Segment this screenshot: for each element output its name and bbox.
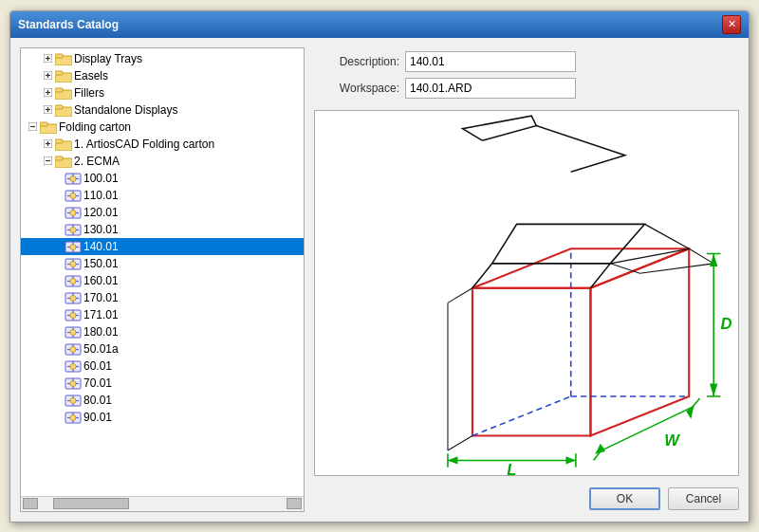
tree-item-171-01[interactable]: 171.01 xyxy=(21,306,304,323)
svg-text:D: D xyxy=(720,315,731,333)
tree-item-120-01[interactable]: 120.01 xyxy=(21,204,304,221)
svg-rect-28 xyxy=(55,139,63,143)
tree-item-ecma[interactable]: 2. ECMA xyxy=(21,153,304,170)
svg-marker-146 xyxy=(710,253,717,266)
tree-item-180-01[interactable]: 180.01 xyxy=(21,323,304,340)
collapse-icon[interactable] xyxy=(25,119,40,135)
standards-catalog-dialog: Standards Catalog ✕ Display Trays Easels… xyxy=(9,10,750,523)
svg-point-94 xyxy=(70,346,76,352)
tree-item-70-01[interactable]: 70.01 xyxy=(21,375,304,392)
box-preview-svg: L W D xyxy=(315,111,738,475)
dialog-body: Display Trays Easels Fillers Standalone … xyxy=(10,38,749,522)
tree-item-easels[interactable]: Easels xyxy=(21,67,304,84)
tree-scroll[interactable]: Display Trays Easels Fillers Standalone … xyxy=(21,48,304,496)
tree-item-label: 120.01 xyxy=(83,206,119,219)
tree-item-label: 80.01 xyxy=(83,394,112,407)
workspace-input[interactable] xyxy=(405,78,576,99)
tree-panel: Display Trays Easels Fillers Standalone … xyxy=(20,47,305,512)
svg-point-34 xyxy=(70,175,76,181)
svg-rect-19 xyxy=(55,105,63,109)
svg-line-150 xyxy=(448,435,472,450)
tree-item-label: 90.01 xyxy=(83,411,112,424)
tree-item-label: Display Trays xyxy=(74,52,142,65)
fields-area: Description: Workspace: xyxy=(314,47,739,102)
svg-marker-125 xyxy=(590,248,689,435)
right-panel: Description: Workspace: xyxy=(314,47,739,512)
svg-point-40 xyxy=(70,193,76,198)
tree-item-label: 70.01 xyxy=(83,376,112,390)
tree-item-fillers[interactable]: Fillers xyxy=(21,84,304,101)
tree-item-60-01[interactable]: 60.01 xyxy=(21,358,304,375)
svg-rect-32 xyxy=(55,156,63,160)
tree-item-label: 140.01 xyxy=(83,240,119,253)
description-label: Description: xyxy=(314,55,399,68)
svg-text:L: L xyxy=(507,461,516,475)
expand-icon[interactable] xyxy=(40,102,55,118)
tree-item-170-01[interactable]: 170.01 xyxy=(21,289,304,306)
svg-text:W: W xyxy=(664,431,680,449)
collapse-icon[interactable] xyxy=(40,154,55,169)
cancel-button[interactable]: Cancel xyxy=(668,487,739,510)
expand-icon[interactable] xyxy=(40,137,55,152)
workspace-row: Workspace: xyxy=(314,78,739,99)
svg-rect-23 xyxy=(40,122,47,126)
tree-item-130-01[interactable]: 130.01 xyxy=(21,221,304,238)
horizontal-scrollbar[interactable] xyxy=(21,496,304,511)
tree-item-folding-carton[interactable]: Folding carton xyxy=(21,119,304,136)
description-row: Description: xyxy=(314,51,739,72)
description-input[interactable] xyxy=(405,51,576,72)
tree-item-140-01[interactable]: 140.01 xyxy=(21,238,304,255)
tree-item-label: Standalone Displays xyxy=(74,103,177,117)
expand-icon[interactable] xyxy=(40,85,55,101)
tree-item-label: 150.01 xyxy=(83,257,119,270)
preview-area: L W D xyxy=(314,110,739,476)
svg-marker-134 xyxy=(448,456,457,464)
tree-item-label: 110.01 xyxy=(83,189,119,202)
tree-item-label: 180.01 xyxy=(83,325,119,339)
tree-item-display-trays[interactable]: Display Trays xyxy=(21,50,304,67)
svg-line-130 xyxy=(689,248,713,264)
svg-rect-14 xyxy=(55,88,63,92)
button-row: OK Cancel xyxy=(314,484,739,512)
tree-item-100-01[interactable]: 100.01 xyxy=(21,170,304,187)
svg-line-129 xyxy=(645,224,690,248)
svg-point-52 xyxy=(70,227,76,232)
tree-item-artios[interactable]: 1. ArtiosCAD Folding carton xyxy=(21,136,304,153)
svg-line-126 xyxy=(472,395,571,435)
svg-point-106 xyxy=(70,380,76,386)
tree-item-label: 171.01 xyxy=(83,308,119,321)
ok-button[interactable]: OK xyxy=(589,487,660,510)
svg-point-64 xyxy=(70,261,76,266)
svg-point-118 xyxy=(70,414,76,420)
title-bar: Standards Catalog ✕ xyxy=(10,11,749,38)
tree-item-150-01[interactable]: 150.01 xyxy=(21,255,304,272)
svg-marker-147 xyxy=(710,383,717,395)
expand-icon[interactable] xyxy=(40,68,55,83)
svg-rect-9 xyxy=(55,71,63,75)
svg-rect-4 xyxy=(55,54,63,58)
svg-point-100 xyxy=(70,363,76,369)
tree-item-label: 2. ECMA xyxy=(74,155,120,168)
dialog-title: Standards Catalog xyxy=(18,18,119,31)
tree-item-label: 1. ArtiosCAD Folding carton xyxy=(74,138,214,151)
expand-icon[interactable] xyxy=(40,51,55,66)
tree-item-label: 170.01 xyxy=(83,291,119,304)
svg-point-88 xyxy=(70,329,76,335)
tree-item-label: Folding carton xyxy=(59,120,131,134)
svg-point-112 xyxy=(70,397,76,403)
workspace-label: Workspace: xyxy=(314,82,399,95)
svg-marker-140 xyxy=(596,443,605,452)
svg-line-149 xyxy=(448,287,472,303)
tree-item-50-01a[interactable]: 50.01a xyxy=(21,340,304,358)
tree-item-label: 100.01 xyxy=(83,172,119,185)
tree-item-80-01[interactable]: 80.01 xyxy=(21,392,304,409)
tree-item-90-01[interactable]: 90.01 xyxy=(21,409,304,426)
tree-item-160-01[interactable]: 160.01 xyxy=(21,272,304,289)
tree-item-110-01[interactable]: 110.01 xyxy=(21,187,304,204)
svg-marker-123 xyxy=(472,287,591,435)
tree-item-standalone[interactable]: Standalone Displays xyxy=(21,101,304,119)
tree-item-label: 60.01 xyxy=(83,359,112,373)
svg-point-58 xyxy=(70,244,76,249)
tree-item-label: 50.01a xyxy=(83,342,119,356)
close-button[interactable]: ✕ xyxy=(722,15,741,34)
